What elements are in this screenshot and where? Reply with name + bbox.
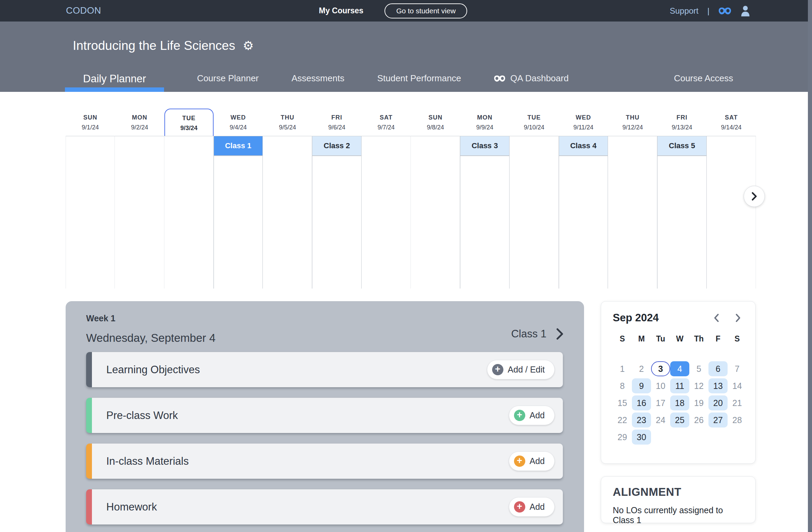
day-header[interactable]: SAT9/14/24: [707, 109, 756, 136]
day-column-9-1-24[interactable]: SUN9/1/24: [66, 109, 115, 289]
calendar-day-1[interactable]: 1: [613, 361, 632, 376]
day-column-9-10-24[interactable]: TUE9/10/24: [510, 109, 559, 289]
day-header[interactable]: TUE9/10/24: [510, 109, 559, 136]
class-chip-class-1[interactable]: Class 1: [214, 136, 262, 156]
class-chip-class-5[interactable]: Class 5: [658, 136, 706, 156]
tab-daily-planner[interactable]: Daily Planner: [65, 73, 164, 92]
week-strip-next-button[interactable]: [744, 186, 765, 207]
calendar-day-27[interactable]: 27: [708, 412, 728, 428]
calendar-day-18[interactable]: 18: [670, 395, 689, 410]
day-body-cell[interactable]: [707, 136, 756, 289]
gear-icon[interactable]: ⚙: [243, 40, 254, 52]
calendar-day-29[interactable]: 29: [613, 430, 632, 445]
day-header[interactable]: MON9/2/24: [115, 109, 164, 136]
day-body-cell[interactable]: [608, 136, 657, 289]
day-body-cell[interactable]: [510, 136, 559, 289]
day-body-cell[interactable]: Class 3: [460, 136, 509, 289]
day-header[interactable]: SAT9/7/24: [362, 109, 411, 136]
calendar-day-22[interactable]: 22: [613, 412, 632, 428]
calendar-day-10[interactable]: 10: [651, 378, 670, 393]
class-chip-class-4[interactable]: Class 4: [559, 136, 608, 156]
calendar-day-20[interactable]: 20: [708, 395, 728, 410]
calendar-prev-button[interactable]: [712, 313, 721, 322]
calendar-day-2[interactable]: 2: [632, 361, 651, 376]
calendar-day-24[interactable]: 24: [651, 412, 670, 428]
day-column-9-12-24[interactable]: THU9/12/24: [608, 109, 657, 289]
add-button-homework[interactable]: +Add: [509, 497, 555, 517]
calendar-day-26[interactable]: 26: [689, 412, 708, 428]
day-body-cell[interactable]: [411, 136, 460, 289]
user-icon[interactable]: [740, 5, 750, 16]
calendar-day-19[interactable]: 19: [689, 395, 708, 410]
class-chip-class-3[interactable]: Class 3: [460, 136, 509, 156]
page-scrollbar[interactable]: [808, 0, 812, 532]
day-body-cell[interactable]: [164, 136, 214, 289]
day-header[interactable]: FRI9/6/24: [312, 109, 361, 136]
calendar-day-8[interactable]: 8: [613, 378, 632, 393]
day-body-cell[interactable]: Class 4: [559, 136, 608, 289]
calendar-day-16[interactable]: 16: [632, 395, 651, 410]
tab-student-performance[interactable]: Student Performance: [377, 73, 461, 92]
day-header[interactable]: WED9/11/24: [559, 109, 608, 136]
calendar-day-12[interactable]: 12: [689, 378, 708, 393]
day-body-cell[interactable]: Class 2: [312, 136, 361, 289]
nav-my-courses-link[interactable]: My Courses: [319, 6, 363, 15]
calendar-day-5[interactable]: 5: [689, 361, 708, 376]
tab-course-planner[interactable]: Course Planner: [197, 73, 259, 92]
mask-icon[interactable]: [718, 7, 731, 15]
day-column-9-11-24[interactable]: WED9/11/24Class 4: [559, 109, 608, 289]
calendar-day-23[interactable]: 23: [632, 412, 651, 428]
tab-assessments[interactable]: Assessments: [292, 73, 344, 92]
day-column-9-2-24[interactable]: MON9/2/24: [115, 109, 164, 289]
calendar-day-4[interactable]: 4: [670, 361, 689, 376]
tab-qa-dashboard[interactable]: QA Dashboard: [494, 73, 569, 92]
calendar-day-30[interactable]: 30: [632, 430, 651, 445]
day-column-9-8-24[interactable]: SUN9/8/24: [411, 109, 460, 289]
class-chip-class-2[interactable]: Class 2: [312, 136, 361, 156]
calendar-day-9[interactable]: 9: [632, 378, 651, 393]
student-view-button[interactable]: Go to student view: [384, 3, 467, 18]
day-header[interactable]: SUN9/1/24: [66, 109, 115, 136]
day-header[interactable]: WED9/4/24: [214, 109, 263, 136]
selected-date-label: Wednesday, September 4: [86, 332, 216, 345]
day-body-cell[interactable]: Class 5: [657, 136, 706, 289]
tab-course-access[interactable]: Course Access: [674, 73, 733, 92]
calendar-day-7[interactable]: 7: [728, 361, 747, 376]
calendar-day-17[interactable]: 17: [651, 395, 670, 410]
calendar-next-button[interactable]: [733, 313, 742, 322]
day-column-9-9-24[interactable]: MON9/9/24Class 3: [460, 109, 509, 289]
day-header[interactable]: SUN9/8/24: [411, 109, 460, 136]
calendar-day-21[interactable]: 21: [728, 395, 747, 410]
calendar-day-13[interactable]: 13: [708, 378, 728, 393]
day-column-9-4-24[interactable]: WED9/4/24Class 1: [214, 109, 263, 289]
day-header[interactable]: THU9/5/24: [263, 109, 312, 136]
day-header[interactable]: THU9/12/24: [608, 109, 657, 136]
calendar-day-3[interactable]: 3: [651, 361, 670, 376]
day-header[interactable]: TUE9/3/24: [164, 109, 214, 136]
calendar-day-15[interactable]: 15: [613, 395, 632, 410]
add-edit-button-learning-objectives[interactable]: +Add / Edit: [487, 360, 555, 379]
day-body-cell[interactable]: Class 1: [214, 136, 263, 289]
next-class-button[interactable]: [556, 328, 564, 340]
day-column-9-7-24[interactable]: SAT9/7/24: [362, 109, 411, 289]
day-body-cell[interactable]: [263, 136, 312, 289]
calendar-day-11[interactable]: 11: [670, 378, 689, 393]
day-of-week-label: MON: [460, 114, 509, 121]
day-column-9-6-24[interactable]: FRI9/6/24Class 2: [312, 109, 361, 289]
brand-logo[interactable]: CODON: [66, 5, 101, 16]
day-column-9-5-24[interactable]: THU9/5/24: [263, 109, 312, 289]
day-body-cell[interactable]: [362, 136, 411, 289]
day-column-9-13-24[interactable]: FRI9/13/24Class 5: [657, 109, 706, 289]
calendar-day-25[interactable]: 25: [670, 412, 689, 428]
nav-support-link[interactable]: Support: [670, 6, 699, 16]
day-body-cell[interactable]: [66, 136, 115, 289]
calendar-day-14[interactable]: 14: [728, 378, 747, 393]
calendar-day-6[interactable]: 6: [708, 361, 728, 376]
add-button-in-class-materials[interactable]: +Add: [509, 451, 555, 471]
calendar-day-28[interactable]: 28: [728, 412, 747, 428]
day-header[interactable]: MON9/9/24: [460, 109, 509, 136]
day-column-9-3-24[interactable]: TUE9/3/24: [164, 109, 214, 289]
day-body-cell[interactable]: [115, 136, 164, 289]
add-button-pre-class-work[interactable]: +Add: [509, 406, 555, 425]
day-header[interactable]: FRI9/13/24: [657, 109, 706, 136]
